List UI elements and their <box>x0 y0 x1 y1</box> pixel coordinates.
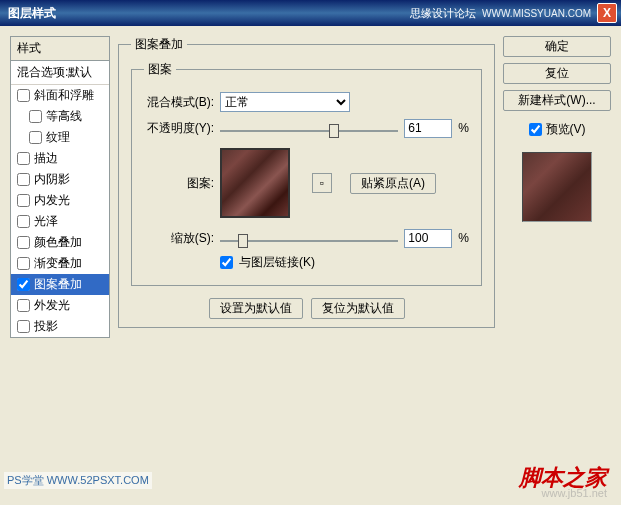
style-checkbox[interactable] <box>17 152 30 165</box>
link-layer-checkbox[interactable] <box>220 256 233 269</box>
scale-unit: % <box>458 231 469 245</box>
style-item-7[interactable]: 颜色叠加 <box>11 232 109 253</box>
style-label: 纹理 <box>46 129 70 146</box>
style-label: 颜色叠加 <box>34 234 82 251</box>
style-item-4[interactable]: 内阴影 <box>11 169 109 190</box>
opacity-input[interactable] <box>404 119 452 138</box>
style-item-8[interactable]: 渐变叠加 <box>11 253 109 274</box>
style-item-1[interactable]: 等高线 <box>11 106 109 127</box>
close-icon: X <box>603 6 611 20</box>
scale-slider[interactable] <box>220 228 398 248</box>
styles-header: 样式 <box>10 36 110 60</box>
preview-checkbox[interactable] <box>529 123 542 136</box>
style-item-11[interactable]: 投影 <box>11 316 109 337</box>
style-item-9[interactable]: 图案叠加 <box>11 274 109 295</box>
preview-thumbnail <box>522 152 592 222</box>
document-icon: ▫ <box>320 176 324 190</box>
style-label: 内阴影 <box>34 171 70 188</box>
close-button[interactable]: X <box>597 3 617 23</box>
reset-button[interactable]: 复位 <box>503 63 611 84</box>
preview-label: 预览(V) <box>546 121 586 138</box>
new-style-button[interactable]: 新建样式(W)... <box>503 90 611 111</box>
style-checkbox[interactable] <box>17 89 30 102</box>
style-label: 光泽 <box>34 213 58 230</box>
blend-options-default[interactable]: 混合选项:默认 <box>11 61 109 85</box>
style-checkbox[interactable] <box>17 257 30 270</box>
style-checkbox[interactable] <box>17 173 30 186</box>
pattern-preview[interactable] <box>220 148 290 218</box>
scale-label: 缩放(S): <box>144 230 214 247</box>
main-panel: 图案叠加 图案 混合模式(B): 正常 不透明度(Y): % <box>118 36 495 491</box>
style-checkbox[interactable] <box>17 194 30 207</box>
watermark-ps: PS学堂 WWW.52PSXT.COM <box>4 472 152 489</box>
opacity-unit: % <box>458 121 469 135</box>
forum-text: 思缘设计论坛 <box>410 6 476 21</box>
titlebar: 图层样式 思缘设计论坛 WWW.MISSYUAN.COM X <box>0 0 621 26</box>
snap-origin-button[interactable]: 贴紧原点(A) <box>350 173 436 194</box>
style-checkbox[interactable] <box>17 299 30 312</box>
style-item-10[interactable]: 外发光 <box>11 295 109 316</box>
style-checkbox[interactable] <box>29 131 42 144</box>
pattern-overlay-section: 图案叠加 图案 混合模式(B): 正常 不透明度(Y): % <box>118 36 495 328</box>
opacity-label: 不透明度(Y): <box>144 120 214 137</box>
style-label: 描边 <box>34 150 58 167</box>
opacity-slider[interactable] <box>220 118 398 138</box>
set-default-button[interactable]: 设置为默认值 <box>209 298 303 319</box>
style-checkbox[interactable] <box>17 278 30 291</box>
style-checkbox[interactable] <box>17 215 30 228</box>
style-checkbox[interactable] <box>29 110 42 123</box>
pattern-group: 图案 混合模式(B): 正常 不透明度(Y): % <box>131 61 482 286</box>
style-label: 投影 <box>34 318 58 335</box>
right-panel: 确定 复位 新建样式(W)... 预览(V) <box>503 36 611 491</box>
link-layer-label: 与图层链接(K) <box>239 254 315 271</box>
style-label: 渐变叠加 <box>34 255 82 272</box>
pattern-label: 图案: <box>144 175 214 192</box>
blend-mode-label: 混合模式(B): <box>144 94 214 111</box>
style-label: 斜面和浮雕 <box>34 87 94 104</box>
style-item-6[interactable]: 光泽 <box>11 211 109 232</box>
blend-mode-select[interactable]: 正常 <box>220 92 350 112</box>
style-label: 等高线 <box>46 108 82 125</box>
styles-list: 混合选项:默认 斜面和浮雕等高线纹理描边内阴影内发光光泽颜色叠加渐变叠加图案叠加… <box>10 60 110 338</box>
style-item-5[interactable]: 内发光 <box>11 190 109 211</box>
new-preset-button[interactable]: ▫ <box>312 173 332 193</box>
reset-default-button[interactable]: 复位为默认值 <box>311 298 405 319</box>
style-checkbox[interactable] <box>17 320 30 333</box>
forum-url: WWW.MISSYUAN.COM <box>482 8 591 19</box>
style-checkbox[interactable] <box>17 236 30 249</box>
style-item-3[interactable]: 描边 <box>11 148 109 169</box>
styles-panel: 样式 混合选项:默认 斜面和浮雕等高线纹理描边内阴影内发光光泽颜色叠加渐变叠加图… <box>10 36 110 491</box>
pattern-group-title: 图案 <box>144 61 176 78</box>
style-label: 内发光 <box>34 192 70 209</box>
watermark-url: www.jb51.net <box>542 487 607 499</box>
style-label: 图案叠加 <box>34 276 82 293</box>
ok-button[interactable]: 确定 <box>503 36 611 57</box>
style-label: 外发光 <box>34 297 70 314</box>
dialog-body: 样式 混合选项:默认 斜面和浮雕等高线纹理描边内阴影内发光光泽颜色叠加渐变叠加图… <box>0 26 621 501</box>
section-title: 图案叠加 <box>131 36 187 53</box>
scale-input[interactable] <box>404 229 452 248</box>
window-title: 图层样式 <box>4 5 410 22</box>
style-item-2[interactable]: 纹理 <box>11 127 109 148</box>
style-item-0[interactable]: 斜面和浮雕 <box>11 85 109 106</box>
